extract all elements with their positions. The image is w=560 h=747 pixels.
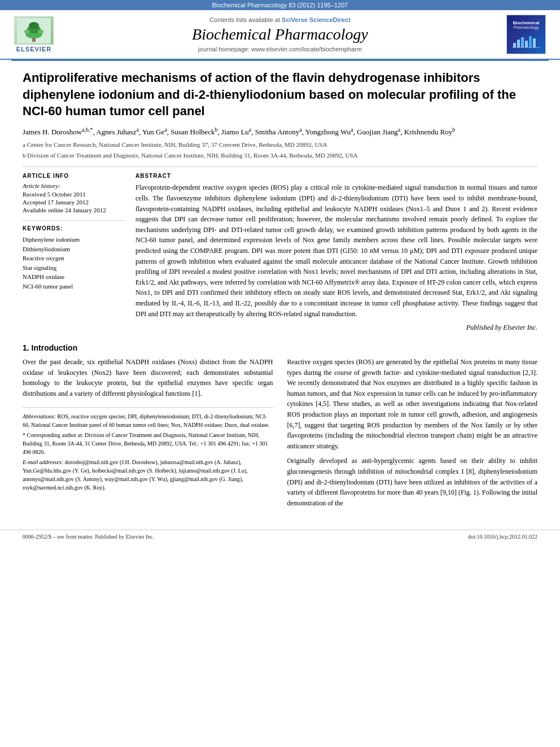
keywords-list: Diphenylene iodonium Dithienyliodonium R…: [23, 235, 124, 291]
abstract-label: ABSTRACT: [135, 173, 537, 179]
svg-point-5: [24, 29, 30, 34]
abstract-text: Flavoprotein-dependent reactive oxygen s…: [135, 182, 537, 319]
footnote-section: Abbreviations: ROS, reactive oxygen spec…: [23, 407, 273, 492]
authors-text: James H. Doroshowa,b,*, Agnes Juhasza, Y…: [23, 128, 455, 136]
article-info-label: ARTICLE INFO: [23, 173, 124, 179]
article-body: Antiproliferative mechanisms of action o…: [0, 61, 560, 524]
footnotes-text: Abbreviations: ROS, reactive oxygen spec…: [23, 412, 273, 492]
bp-logo-title: Biochemical: [513, 20, 539, 26]
intro-right-para-2: Originally developed as anti-hyperglycem…: [287, 456, 538, 508]
keywords-section: Keywords: Diphenylene iodonium Dithienyl…: [23, 225, 124, 291]
received-date: Received 5 October 2011: [23, 191, 124, 198]
abstract-column: ABSTRACT Flavoprotein-dependent reactive…: [135, 173, 537, 332]
article-title: Antiproliferative mechanisms of action o…: [23, 69, 537, 120]
journal-title: Biochemical Pharmacology: [62, 25, 498, 43]
keyword-6: NCI-60 tumor panel: [23, 282, 124, 291]
keyword-1: Diphenylene iodonium: [23, 235, 124, 244]
abbrev-label: Abbreviations:: [23, 413, 56, 420]
journal-reference-bar: Biochemical Pharmacology 83 (2012) 1195–…: [0, 0, 560, 10]
abbreviations-para: Abbreviations: ROS, reactive oxygen spec…: [23, 412, 273, 429]
journal-homepage: journal homepage: www.elsevier.com/locat…: [62, 46, 498, 53]
intro-heading: 1. Introduction: [23, 343, 537, 352]
issn-text: 0006-2952/$ – see front matter. Publishe…: [23, 534, 154, 540]
authors-line: James H. Doroshowa,b,*, Agnes Juhasza, Y…: [23, 126, 537, 137]
intro-right-para-1: Reactive oxygen species (ROS) are genera…: [287, 357, 538, 451]
email-label: E-mail addresses:: [23, 459, 63, 465]
homepage-text: journal homepage: www.elsevier.com/locat…: [198, 46, 362, 53]
svg-rect-12: [533, 38, 536, 47]
article-history-section: Article history: Received 5 October 2011…: [23, 182, 124, 213]
svg-rect-9: [521, 37, 524, 47]
keyword-2: Dithienyliodonium: [23, 244, 124, 254]
svg-rect-7: [513, 43, 516, 47]
journal-header: ELSEVIER Contents lists available at Sci…: [0, 10, 560, 60]
published-by: Published by Elsevier Inc.: [135, 324, 537, 332]
article-info-column: ARTICLE INFO Article history: Received 5…: [23, 173, 124, 332]
email-para: E-mail addresses: doroshoj@mail.nih.gov …: [23, 458, 273, 492]
elsevier-brand-text: ELSEVIER: [16, 46, 51, 53]
svg-rect-10: [525, 41, 528, 47]
accepted-date: Accepted 17 January 2012: [23, 199, 124, 206]
svg-point-6: [38, 29, 43, 34]
affiliation-b: b Division of Cancer Treatment and Diagn…: [23, 151, 537, 160]
journal-center: Contents lists available at SciVerse Sci…: [62, 16, 498, 53]
sciverse-link[interactable]: SciVerse ScienceDirect: [282, 16, 351, 23]
corresponding-para: * Corresponding author at: Division of C…: [23, 431, 273, 456]
svg-point-4: [29, 22, 39, 29]
intro-right-col: Reactive oxygen species (ROS) are genera…: [287, 357, 538, 513]
keyword-4: Stat signaling: [23, 263, 124, 273]
article-info-abstract: ARTICLE INFO Article history: Received 5…: [23, 173, 537, 332]
bp-logo-box: Biochemical Pharmacology: [506, 15, 546, 54]
affiliations: a Center for Cancer Research, National C…: [23, 140, 537, 160]
elsevier-logo: ELSEVIER: [11, 16, 56, 53]
bp-logo-sub: Pharmacology: [514, 25, 539, 29]
journal-logo-right: Biochemical Pharmacology: [504, 15, 549, 54]
introduction-section: 1. Introduction Over the past decade, si…: [23, 343, 537, 513]
keyword-5: NADPH oxidase: [23, 272, 124, 282]
intro-title: Introduction: [32, 343, 78, 352]
intro-left-col: Over the past decade, six epithelial NAD…: [23, 357, 273, 513]
history-label: Article history:: [23, 182, 124, 189]
affiliation-a: a Center for Cancer Research, National C…: [23, 140, 537, 150]
svg-rect-8: [517, 40, 520, 47]
doi-text: doi:10.1016/j.bcp.2012.01.022: [468, 534, 537, 540]
elsevier-tree-logo: [14, 16, 54, 45]
intro-number: 1.: [23, 343, 29, 352]
corresponding-label: * Corresponding author at:: [23, 432, 83, 438]
keyword-3: Reactive oxygen: [23, 254, 124, 263]
journal-reference-text: Biochemical Pharmacology 83 (2012) 1195–…: [212, 2, 348, 8]
sciverse-line: Contents lists available at SciVerse Sci…: [62, 16, 498, 23]
keywords-label: Keywords:: [23, 225, 124, 231]
intro-left-para: Over the past decade, six epithelial NAD…: [23, 357, 273, 399]
bottom-bar: 0006-2952/$ – see front matter. Publishe…: [0, 530, 560, 543]
svg-rect-11: [529, 36, 532, 47]
available-date: Available online 24 January 2012: [23, 207, 124, 213]
intro-two-col: Over the past decade, six epithelial NAD…: [23, 357, 537, 513]
abbrev-text: ROS, reactive oxygen species; DPI, diphe…: [23, 413, 270, 428]
